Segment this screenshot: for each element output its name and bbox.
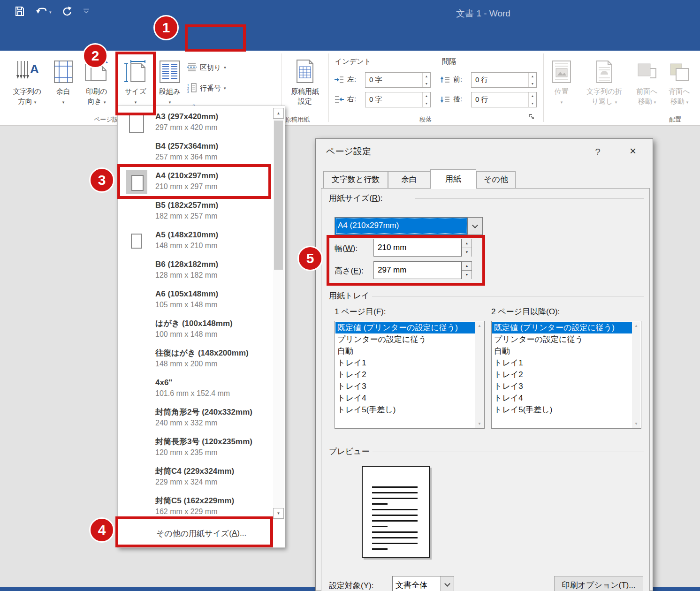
spin-up-icon[interactable]: ▲ [462,239,472,248]
genkou-settings-button[interactable]: 原稿用紙設定 [284,54,326,122]
space-after-field[interactable]: 0 行 ▲▼ [471,92,537,107]
spinner[interactable]: ▲▼ [528,92,536,107]
spinner[interactable]: ▲▼ [422,73,430,87]
save-button[interactable] [14,6,25,19]
apply-to-combobox[interactable]: 文書全体 [392,576,454,591]
space-before-field[interactable]: 0 行 ▲▼ [471,72,537,88]
combo-dropdown-button[interactable] [467,218,482,235]
paper-size-option[interactable]: A4 (210x297mm) 210 mm x 297 mm [118,167,273,197]
tray-option[interactable]: トレイ3 [335,380,475,392]
tray-option[interactable]: 既定値 (プリンターの設定に従う) [492,322,632,333]
page-setup-dialog: ページ設定 ? × 文字数と行数 余白 用紙 その他 用紙サイズ(R): A4 … [315,138,653,591]
paper-size-option[interactable]: A6 (105x148mm) 105 mm x 148 mm [118,285,273,315]
width-spinner[interactable]: ▲▼ [462,239,472,257]
paper-size-option[interactable]: B6 (128x182mm) 128 mm x 182 mm [118,256,273,285]
paper-size-combobox[interactable]: A4 (210x297mm) [335,217,483,235]
dialog-tab[interactable]: 用紙 [430,169,476,189]
height-spinner[interactable]: ▲▼ [462,261,472,279]
dialog-close-button[interactable]: × [624,144,642,159]
tray-option[interactable]: トレイ2 [335,369,475,380]
menu-scrollbar[interactable]: ▲ ▼ [273,108,284,519]
scroll-up-icon[interactable]: ▲ [475,322,484,330]
dialog-help-button[interactable]: ? [590,144,606,159]
tray-option[interactable]: トレイ4 [335,392,475,404]
paper-size-option[interactable]: 封筒C5 (162x229mm) 162 mm x 229 mm [118,492,273,522]
paper-size-name: B4 (257x364mm) [155,141,218,152]
breaks-button[interactable]: 区切り▾ [187,61,226,74]
section-rule [371,452,644,452]
paper-size-option[interactable]: A5 (148x210mm) 148 mm x 210 mm [118,226,273,256]
tray-option[interactable]: 既定値 (プリンターの設定に従う) [335,322,475,333]
tray-option[interactable]: トレイ1 [492,357,632,369]
undo-dropdown-icon[interactable]: ▾ [49,10,52,15]
tray-first-page-listbox[interactable]: 既定値 (プリンターの設定に従う)プリンターの設定に従う自動トレイ1トレイ2トレ… [335,321,485,429]
tray-option[interactable]: トレイ2 [492,369,632,380]
spin-down-icon[interactable]: ▼ [462,271,472,279]
scroll-down-icon[interactable]: ▼ [273,508,284,519]
spin-down-icon[interactable]: ▼ [462,248,472,257]
tray-option[interactable]: 自動 [492,345,632,357]
paper-size-option[interactable]: A3 (297x420mm) 297 mm x 420 mm [118,108,273,137]
paper-size-option[interactable]: B5 (182x257mm) 182 mm x 257 mm [118,197,273,226]
tray-option[interactable]: プリンターの設定に従う [492,333,632,345]
paper-size-option[interactable]: 封筒C4 (229x324mm) 229 mm x 324 mm [118,462,273,492]
indent-left-field[interactable]: 0 字 ▲▼ [365,72,431,88]
spinner[interactable]: ▲▼ [422,92,430,107]
height-input[interactable]: 297 mm [373,261,462,279]
qat-menu-icon [83,8,90,16]
spin-down-icon[interactable]: ▼ [529,100,536,107]
paper-size-dims: 105 mm x 148 mm [155,300,218,310]
spinner[interactable]: ▲▼ [528,73,536,87]
spin-down-icon[interactable]: ▼ [529,80,536,88]
paper-size-option[interactable]: はがき (100x148mm) 100 mm x 148 mm [118,315,273,344]
print-options-button[interactable]: 印刷オプション(T)... [554,576,643,591]
tray-option[interactable]: プリンターの設定に従う [335,333,475,345]
tray-first-page-label: 1 ページ目(F): [335,306,386,317]
customize-qat-button[interactable] [83,8,90,16]
dialog-tab[interactable]: 余白 [388,171,430,189]
spin-up-icon[interactable]: ▲ [529,92,536,100]
scroll-up-icon[interactable]: ▲ [632,322,640,330]
spin-down-icon[interactable]: ▼ [423,100,430,107]
listbox-scrollbar[interactable]: ▲ ▼ [475,322,484,428]
tray-option[interactable]: トレイ5(手差し) [492,404,632,416]
text-direction-button[interactable]: A 文字列の方向 ▾ [8,54,46,122]
paper-size-option[interactable]: 封筒長形3号 (120x235mm) 120 mm x 235 mm [118,433,273,462]
scroll-down-icon[interactable]: ▼ [475,420,484,428]
redo-button[interactable] [62,6,72,18]
undo-button[interactable]: ▾ [36,7,52,18]
tray-option[interactable]: 自動 [335,345,475,357]
tray-option[interactable]: トレイ1 [335,357,475,369]
paper-size-option[interactable]: B4 (257x364mm) 257 mm x 364 mm [118,137,273,167]
spin-up-icon[interactable]: ▲ [423,73,430,80]
paper-size-icon [123,54,148,83]
scrollbar-thumb[interactable] [274,121,283,270]
scroll-up-icon[interactable]: ▲ [273,108,284,119]
more-paper-sizes-item[interactable]: その他の用紙サイズ(A)... [118,520,285,546]
bring-forward-icon [636,54,658,83]
dialog-tab[interactable]: その他 [476,171,516,189]
tray-other-pages-listbox[interactable]: 既定値 (プリンターの設定に従う)プリンターの設定に従う自動トレイ1トレイ2トレ… [491,321,641,429]
margins-button[interactable]: 余白▾ [49,54,78,122]
paragraph-dialog-launcher-icon[interactable] [528,114,536,123]
spin-up-icon[interactable]: ▲ [529,73,536,80]
listbox-scrollbar[interactable]: ▲ ▼ [632,322,640,428]
line-numbers-button[interactable]: 123 行番号▾ [187,82,226,95]
scroll-down-icon[interactable]: ▼ [632,420,640,428]
dialog-tab[interactable]: 文字数と行数 [323,171,388,189]
spin-up-icon[interactable]: ▲ [423,92,430,100]
spin-down-icon[interactable]: ▼ [423,80,430,88]
paper-size-option[interactable]: 4x6" 101.6 mm x 152.4 mm [118,374,273,403]
tray-option[interactable]: トレイ3 [492,380,632,392]
tray-option[interactable]: トレイ4 [492,392,632,404]
height-label: 高さ(E): [335,265,364,276]
breaks-icon [187,62,197,74]
combo-dropdown-button[interactable] [441,576,454,591]
tray-option[interactable]: トレイ5(手差し) [335,404,475,416]
position-icon [551,54,572,83]
paper-size-option[interactable]: 往復はがき (148x200mm) 148 mm x 200 mm [118,344,273,374]
indent-right-field[interactable]: 0 字 ▲▼ [365,92,431,107]
spin-up-icon[interactable]: ▲ [462,262,472,271]
paper-size-option[interactable]: 封筒角形2号 (240x332mm) 240 mm x 332 mm [118,403,273,433]
width-input[interactable]: 210 mm [373,239,462,257]
